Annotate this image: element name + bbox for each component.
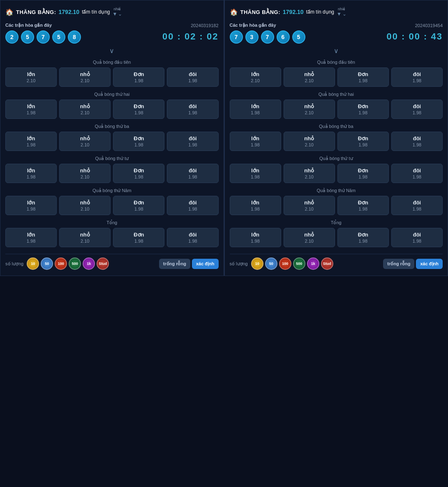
balls-timer-row: 2575800 : 02 : 02 [5, 30, 219, 44]
bet-btn-nhỏ[interactable]: nhỏ2.10 [59, 100, 111, 119]
draws-info: Các trận hòa gần đây202403191822575800 :… [5, 23, 219, 44]
bet-btn-lớn[interactable]: lớn1.98 [5, 196, 57, 215]
bet-btn-nhỏ[interactable]: nhỏ2.10 [59, 164, 111, 183]
bet-odds: 2.10 [81, 206, 89, 211]
bet-odds: 2.10 [251, 78, 259, 83]
bet-odds: 2.10 [305, 78, 313, 83]
bet-btn-nhỏ[interactable]: nhỏ2.10 [284, 100, 335, 119]
bet-btn-nhỏ[interactable]: nhỏ2.10 [284, 228, 335, 247]
chip-100[interactable]: 100 [55, 257, 67, 270]
bet-btn-đôi[interactable]: đôi1.98 [167, 228, 218, 247]
bet-btn-lớn[interactable]: lớn1.98 [5, 132, 57, 151]
chevron-down-icon[interactable]: ∨ [230, 47, 443, 55]
bet-btn-lớn[interactable]: lớn1.98 [230, 196, 281, 215]
sort-arrows[interactable]: ▼⌄ [337, 11, 346, 17]
bet-btn-Đơn[interactable]: Đơn1.98 [337, 67, 389, 87]
bet-btn-đôi[interactable]: đôi1.98 [391, 132, 443, 151]
bet-btn-nhỏ[interactable]: nhỏ2.10 [59, 228, 111, 247]
chip-1k[interactable]: 1k [83, 257, 95, 270]
clear-button[interactable]: trống rỗng [159, 259, 190, 269]
bet-label: đôi [189, 103, 197, 109]
bet-btn-lớn[interactable]: lớn1.98 [5, 164, 57, 183]
chip-10[interactable]: 10 [251, 257, 263, 270]
bet-odds: 1.98 [251, 142, 259, 147]
chip-50[interactable]: 50 [41, 257, 53, 270]
bet-btn-nhỏ[interactable]: nhỏ2.10 [284, 132, 335, 151]
panel-footer: số lượng10501005001kStudtrống rỗngxác đị… [5, 254, 219, 271]
bet-btn-lớn[interactable]: lớn1.98 [5, 100, 57, 119]
bet-btn-đôi[interactable]: đôi1.98 [167, 196, 218, 215]
bet-btn-Đơn[interactable]: Đơn1.98 [113, 196, 164, 215]
bet-odds: 2.10 [305, 142, 313, 147]
bet-label: nhỏ [80, 135, 90, 141]
bet-btn-Đơn[interactable]: Đơn1.98 [113, 164, 164, 183]
chip-1k[interactable]: 1k [307, 257, 319, 270]
chip-10[interactable]: 10 [27, 257, 39, 270]
draws-info: Các trận hòa gần đây202403194547376500 :… [230, 23, 443, 44]
bet-btn-nhỏ[interactable]: nhỏ2.10 [59, 196, 111, 215]
bet-btn-lớn[interactable]: lớn2.10 [5, 67, 57, 87]
bet-btn-đôi[interactable]: đôi1.98 [391, 100, 443, 119]
bet-odds: 1.98 [27, 174, 35, 179]
ball-5: 8 [68, 30, 81, 44]
clear-button[interactable]: trống rỗng [383, 259, 414, 269]
confirm-button[interactable]: xác định [416, 259, 443, 269]
bet-btn-đôi[interactable]: đôi1.98 [391, 228, 443, 247]
bet-btn-Đơn[interactable]: Đơn1.98 [337, 132, 389, 151]
bet-btn-nhỏ[interactable]: nhỏ2.10 [284, 67, 335, 87]
bet-btn-đôi[interactable]: đôi1.98 [391, 164, 443, 183]
bet-label: đôi [413, 71, 421, 77]
chip-Stud[interactable]: Stud [321, 257, 333, 270]
bet-label: nhỏ [304, 135, 314, 141]
bet-odds: 1.98 [251, 110, 259, 115]
bet-label: Đơn [358, 167, 368, 174]
bet-btn-nhỏ[interactable]: nhỏ2.10 [59, 67, 111, 87]
bet-odds: 1.98 [27, 206, 35, 211]
bet-btn-đôi[interactable]: đôi1.98 [167, 132, 218, 151]
timer: 00 : 02 : 02 [162, 31, 219, 42]
chip-Stud[interactable]: Stud [97, 257, 109, 270]
bet-btn-Đơn[interactable]: Đơn1.98 [113, 132, 164, 151]
chip-100[interactable]: 100 [279, 257, 291, 270]
bet-btn-lớn[interactable]: lớn1.98 [230, 228, 281, 247]
chip-500[interactable]: 500 [293, 257, 305, 270]
bet-btn-lớn[interactable]: lớn1.98 [230, 100, 281, 119]
recent-draws-label: Các trận hòa gần đây [5, 23, 52, 28]
bet-btn-đôi[interactable]: đôi1.98 [391, 196, 443, 215]
bet-btn-đôi[interactable]: đôi1.98 [167, 164, 218, 183]
bet-buttons-row: lớn1.98nhỏ2.10Đơn1.98đôi1.98 [230, 132, 443, 151]
bet-odds: 1.98 [27, 239, 35, 244]
confirm-button[interactable]: xác định [192, 259, 219, 269]
bet-odds: 2.10 [81, 110, 89, 115]
bet-btn-đôi[interactable]: đôi1.98 [391, 67, 443, 87]
bet-btn-đôi[interactable]: đôi1.98 [167, 67, 218, 87]
bet-btn-Đơn[interactable]: Đơn1.98 [337, 196, 389, 215]
bet-btn-nhỏ[interactable]: nhỏ2.10 [284, 164, 335, 183]
sort-arrows[interactable]: ▼⌄ [113, 11, 122, 17]
bet-btn-nhỏ[interactable]: nhỏ2.10 [59, 132, 111, 151]
bet-label: đôi [413, 199, 421, 206]
bet-label: Đơn [358, 199, 368, 206]
bet-btn-Đơn[interactable]: Đơn1.98 [113, 228, 164, 247]
bet-btn-đôi[interactable]: đôi1.98 [167, 100, 218, 119]
game-id: 20240319182 [191, 23, 218, 28]
bet-btn-Đơn[interactable]: Đơn1.98 [337, 100, 389, 119]
bet-label: lớn [251, 103, 259, 109]
home-icon: 🏠 [5, 8, 14, 16]
bet-btn-lớn[interactable]: lớn2.10 [230, 67, 281, 87]
bet-btn-Đơn[interactable]: Đơn1.98 [337, 164, 389, 183]
bet-btn-nhỏ[interactable]: nhỏ2.10 [284, 196, 335, 215]
chip-50[interactable]: 50 [265, 257, 277, 270]
bet-btn-Đơn[interactable]: Đơn1.98 [113, 100, 164, 119]
chip-500[interactable]: 500 [69, 257, 81, 270]
bet-btn-lớn[interactable]: lớn1.98 [230, 132, 281, 151]
chevron-down-icon[interactable]: ∨ [5, 47, 219, 55]
bet-btn-Đơn[interactable]: Đơn1.98 [337, 228, 389, 247]
bet-odds: 1.98 [134, 174, 143, 179]
bet-btn-lớn[interactable]: lớn1.98 [230, 164, 281, 183]
balls-timer-row: 7376500 : 00 : 43 [230, 30, 443, 44]
bet-btn-Đơn[interactable]: Đơn1.98 [113, 67, 164, 87]
section-title: Quả bóng thứ hai [230, 92, 443, 97]
bet-odds: 1.98 [134, 110, 143, 115]
bet-btn-lớn[interactable]: lớn1.98 [5, 228, 57, 247]
